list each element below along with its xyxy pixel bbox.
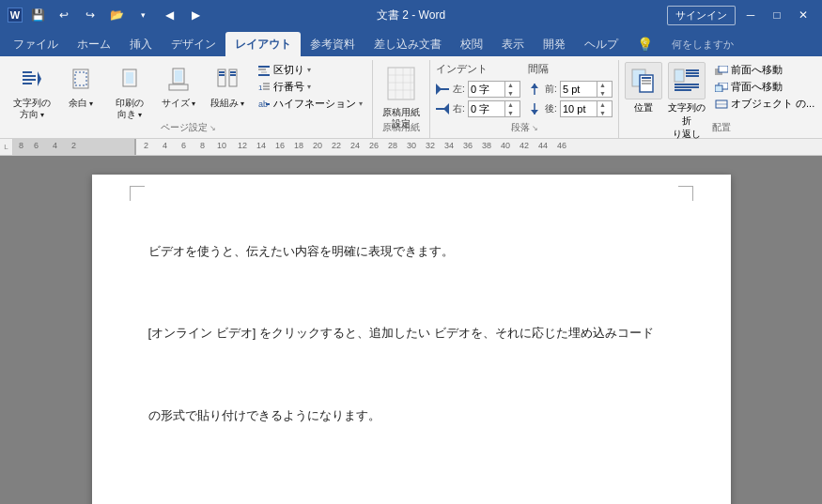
size-label: サイズ ▾ xyxy=(162,98,196,109)
tab-view[interactable]: 表示 xyxy=(492,32,534,56)
svg-rect-14 xyxy=(219,71,225,73)
svg-rect-6 xyxy=(75,72,86,85)
columns-icon xyxy=(214,66,240,96)
paragraph-expand[interactable]: ↘ xyxy=(532,124,538,132)
paragraph-2[interactable]: [オンライン ビデオ] をクリックすると、追加したい ビデオを、それに応じた埋め… xyxy=(148,322,675,344)
tab-home[interactable]: ホーム xyxy=(68,32,120,56)
indent-right-spin[interactable]: ▲▼ xyxy=(504,100,516,117)
spacing-column: 間隔 前: ▲▼ 後: ▲▼ xyxy=(528,62,613,117)
svg-rect-23 xyxy=(263,83,270,84)
svg-rect-36 xyxy=(436,88,449,90)
tab-dev[interactable]: 開発 xyxy=(534,32,575,56)
close-button[interactable]: ✕ xyxy=(792,4,814,26)
size-button[interactable]: サイズ ▾ xyxy=(156,62,201,113)
break-label: 区切り xyxy=(273,63,304,77)
indent-right-input[interactable]: ▲▼ xyxy=(468,100,520,117)
indent-left-spin[interactable]: ▲▼ xyxy=(504,81,516,98)
restore-button[interactable]: □ xyxy=(766,4,788,26)
paragraph-1[interactable]: ビデオを使うと、伝えたい内容を明確に表現できます。 xyxy=(148,240,675,262)
margins-icon xyxy=(68,66,94,96)
line-number-arrow: ▾ xyxy=(307,83,311,91)
spacing-after-field[interactable] xyxy=(563,103,597,115)
svg-rect-3 xyxy=(23,83,32,84)
spacing-before-input[interactable]: ▲▼ xyxy=(560,81,613,98)
margins-button[interactable]: 余白 ▾ xyxy=(58,62,103,113)
line-number-button[interactable]: 1 行番号 ▾ xyxy=(254,79,366,95)
object-button[interactable]: オブジェクト の... xyxy=(711,96,818,112)
position-button[interactable] xyxy=(625,62,662,99)
position-container: 位置 xyxy=(625,62,662,116)
indent-column: インデント 左: ▲▼ 右: ▲▼ xyxy=(436,62,520,117)
paragraph-3[interactable]: の形式で貼り付けできるようになります。 xyxy=(148,405,675,426)
redo-qat-button[interactable]: ↪ xyxy=(79,4,101,26)
svg-marker-4 xyxy=(38,71,41,86)
hyphenation-button[interactable]: ab ハイフネーション ▾ xyxy=(254,96,366,112)
back-button[interactable]: ◀ xyxy=(158,4,180,26)
svg-rect-2 xyxy=(23,79,36,81)
svg-rect-54 xyxy=(675,89,691,91)
page-corner-tr xyxy=(678,186,693,201)
ruler-corner[interactable]: L xyxy=(0,139,13,155)
margins-label: 余白 ▾ xyxy=(69,98,94,109)
svg-rect-8 xyxy=(126,72,133,84)
indent-left-row: 左: ▲▼ xyxy=(436,81,520,98)
ribbon-tabs: ファイル ホーム 挿入 デザイン レイアウト 参考資料 差し込み文書 校閲 表示… xyxy=(0,30,822,56)
save-qat-button[interactable]: 💾 xyxy=(26,4,49,26)
orientation-button[interactable]: 印刷の向き ▾ xyxy=(107,62,152,124)
spacing-after-input[interactable]: ▲▼ xyxy=(560,100,613,117)
signin-button[interactable]: サインイン xyxy=(667,6,736,25)
text-direction-icon xyxy=(19,66,45,96)
spacing-before-field[interactable] xyxy=(563,84,597,95)
break-button[interactable]: 区切り ▾ xyxy=(254,62,366,78)
ruler-left-margin: 8 6 4 2 xyxy=(13,139,136,155)
tab-search-text[interactable]: 何をしますか xyxy=(662,32,743,56)
draft-content: 原稿用紙設定 xyxy=(379,62,424,150)
spacing-header: 間隔 xyxy=(528,62,613,76)
tab-references[interactable]: 参考資料 xyxy=(301,32,364,56)
svg-rect-56 xyxy=(719,66,728,72)
svg-marker-40 xyxy=(531,84,538,88)
indent-left-field[interactable] xyxy=(471,84,504,95)
indent-right-field[interactable] xyxy=(471,103,504,115)
svg-rect-10 xyxy=(175,70,182,82)
minimize-button[interactable]: ─ xyxy=(739,4,762,26)
arrange-small-buttons: 前面へ移動 背面へ移動 オブジェクト の... xyxy=(711,62,818,112)
svg-rect-49 xyxy=(686,69,699,71)
tab-layout[interactable]: レイアウト xyxy=(225,32,301,56)
svg-rect-15 xyxy=(219,74,225,76)
page-setup-expand[interactable]: ↘ xyxy=(209,124,216,132)
document-page[interactable]: ビデオを使うと、伝えたい内容を明確に表現できます。 [オンライン ビデオ] をク… xyxy=(92,175,731,504)
spacing-after-label: 後: xyxy=(545,102,558,115)
svg-text:1: 1 xyxy=(258,84,263,92)
svg-rect-51 xyxy=(686,75,699,77)
textwrap-button[interactable] xyxy=(668,62,706,99)
tab-review[interactable]: 校閲 xyxy=(451,32,492,56)
undo-qat-button[interactable]: ↩ xyxy=(53,4,75,26)
tab-search-icon[interactable]: 💡 xyxy=(628,32,662,56)
spacing-after-spin[interactable]: ▲▼ xyxy=(597,100,608,117)
send-backward-button[interactable]: 背面へ移動 xyxy=(711,79,818,95)
customize-qat-button[interactable]: ▾ xyxy=(132,4,154,26)
svg-rect-52 xyxy=(675,84,699,85)
indent-right-row: 右: ▲▼ xyxy=(436,100,520,117)
ruler: L 8 6 4 2 2 4 6 8 10 12 14 16 18 20 22 2… xyxy=(0,139,822,156)
tab-mailings[interactable]: 差し込み文書 xyxy=(364,32,451,56)
document-content: ビデオを使うと、伝えたい内容を明確に表現できます。 [オンライン ビデオ] をク… xyxy=(148,240,675,426)
svg-rect-24 xyxy=(263,85,270,87)
tab-help[interactable]: ヘルプ xyxy=(575,32,628,56)
bring-forward-label: 前面へ移動 xyxy=(731,63,783,77)
forward-button[interactable]: ▶ xyxy=(184,4,207,26)
tab-insert[interactable]: 挿入 xyxy=(120,32,162,56)
tab-design[interactable]: デザイン xyxy=(162,32,225,56)
bring-forward-button[interactable]: 前面へ移動 xyxy=(711,62,818,78)
text-direction-button[interactable]: 文字列の方向 ▾ xyxy=(9,62,54,124)
paragraph-group: インデント 左: ▲▼ 右: ▲▼ xyxy=(430,60,619,138)
spacing-before-label: 前: xyxy=(545,83,558,96)
hyphenation-arrow: ▾ xyxy=(359,99,363,108)
indent-left-input[interactable]: ▲▼ xyxy=(468,81,520,98)
open-qat-button[interactable]: 📂 xyxy=(105,4,128,26)
columns-button[interactable]: 段組み ▾ xyxy=(205,62,250,113)
spacing-before-spin[interactable]: ▲▼ xyxy=(597,81,608,98)
orientation-icon xyxy=(116,66,143,96)
tab-file[interactable]: ファイル xyxy=(4,32,68,56)
